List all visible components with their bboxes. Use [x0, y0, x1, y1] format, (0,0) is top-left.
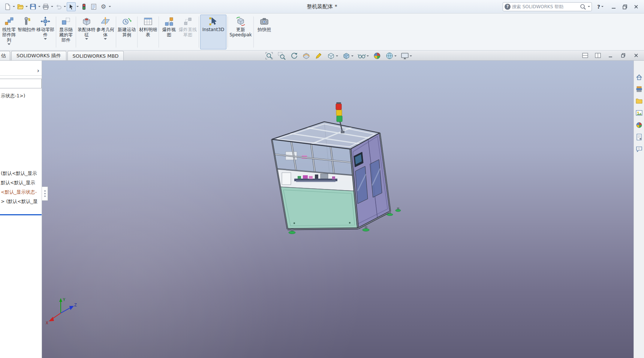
- design-library-button[interactable]: [635, 85, 644, 94]
- view-palette-button[interactable]: [635, 109, 644, 118]
- view-settings-caret[interactable]: [410, 55, 412, 57]
- minimize-button[interactable]: [609, 3, 619, 11]
- new-document-caret[interactable]: [13, 6, 15, 7]
- folder-icon: [635, 97, 643, 105]
- ribbon-button-reference-geometry[interactable]: 参考几何体: [96, 15, 115, 49]
- ribbon-button-assembly-features[interactable]: 装配体特征: [77, 15, 96, 49]
- minimize-icon: [610, 3, 617, 10]
- ribbon-button-instant3d[interactable]: Instant3D: [200, 15, 226, 49]
- triad-y-arrow: [59, 298, 62, 302]
- rebuild-button[interactable]: [79, 2, 88, 11]
- dropdown-caret[interactable]: [7, 43, 10, 45]
- file-properties-button[interactable]: [89, 2, 98, 11]
- apply-scene-button[interactable]: [385, 51, 397, 60]
- bill-of-materials-icon: [143, 16, 153, 26]
- ribbon-button-show-hidden-components[interactable]: 显示隐藏的零部件: [57, 15, 75, 49]
- dropdown-caret[interactable]: [104, 38, 107, 40]
- undo-button[interactable]: [54, 2, 63, 11]
- tree-item[interactable]: (默认<默认_显示: [0, 169, 42, 178]
- previous-view-button[interactable]: [289, 51, 298, 60]
- rollback-bar[interactable]: [0, 214, 42, 215]
- options-button[interactable]: ⚙: [99, 2, 108, 11]
- apply-scene-icon: [385, 52, 394, 60]
- save-caret[interactable]: [38, 6, 40, 7]
- ribbon-button-linear-component-pattern[interactable]: 线性零部件阵列: [1, 15, 17, 49]
- view-settings-button[interactable]: [400, 51, 412, 60]
- ribbon-button-update-speedpak[interactable]: 更新 Speedpak: [229, 15, 252, 49]
- take-snapshot-icon: [259, 16, 269, 26]
- panel-splitter-handle[interactable]: [42, 186, 48, 201]
- graphics-viewport[interactable]: › 示状态-1>) (默认<默认_显示 默认<默认_显示 <默认_显示状态- >…: [0, 61, 644, 358]
- open-caret[interactable]: [25, 6, 28, 7]
- dropdown-caret[interactable]: [44, 38, 47, 40]
- zoom-to-fit-button[interactable]: [265, 51, 274, 60]
- zoom-to-area-button[interactable]: [277, 51, 286, 60]
- panel-expand-chevron-icon[interactable]: ›: [37, 68, 39, 74]
- options-caret[interactable]: [109, 6, 111, 7]
- pane-layout-2-button[interactable]: [594, 52, 602, 59]
- ribbon-button-move-component[interactable]: 移动零部件: [36, 15, 55, 49]
- maximize-restore-button[interactable]: [620, 3, 630, 11]
- ribbon-separator: [137, 16, 138, 48]
- search-icon[interactable]: [580, 3, 586, 10]
- tree-item[interactable]: > (默认<默认_显: [0, 197, 42, 206]
- annotation-views-icon: [315, 52, 323, 60]
- ribbon-button-take-snapshot[interactable]: 拍快照: [255, 15, 274, 49]
- new-motion-study-icon: [122, 16, 132, 26]
- search-options-caret[interactable]: [588, 6, 590, 7]
- tab-solidworks-mbd[interactable]: SOLIDWORKS MBD: [67, 51, 124, 60]
- tree-item[interactable]: 默认<默认_显示: [0, 178, 42, 187]
- custom-properties-button[interactable]: [635, 133, 644, 142]
- forum-button[interactable]: [635, 145, 644, 154]
- display-style-caret[interactable]: [351, 55, 353, 57]
- ribbon-button-smart-fasteners[interactable]: 智能扣件: [17, 15, 36, 49]
- appearances-scenes-button[interactable]: [635, 121, 644, 130]
- print-button[interactable]: [41, 2, 50, 11]
- select-tool-caret[interactable]: [76, 6, 79, 7]
- print-caret[interactable]: [51, 6, 53, 7]
- ribbon-button-new-motion-study[interactable]: 新建运动算例: [117, 15, 136, 49]
- undo-icon: [55, 3, 62, 10]
- ribbon-button-exploded-view[interactable]: 爆炸视图: [160, 15, 178, 49]
- reference-triad: Y Z X: [44, 296, 78, 328]
- apply-scene-caret[interactable]: [394, 55, 397, 57]
- custom-properties-icon: [635, 133, 643, 141]
- new-document-button[interactable]: [3, 2, 12, 11]
- section-view-button[interactable]: [302, 51, 311, 60]
- save-button[interactable]: [28, 2, 37, 11]
- hide-show-items-caret[interactable]: [367, 55, 369, 57]
- undo-caret[interactable]: [64, 6, 66, 7]
- restore-icon: [622, 3, 628, 10]
- pane-layout-button[interactable]: [581, 52, 589, 59]
- display-style-button[interactable]: [342, 51, 354, 60]
- tab-solidworks-addins[interactable]: SOLIDWORKS 插件: [11, 51, 66, 60]
- view-orientation-caret[interactable]: [336, 55, 338, 57]
- solidworks-resources-button[interactable]: [635, 73, 644, 82]
- ribbon-button-bill-of-materials[interactable]: 材料明细表: [139, 15, 157, 49]
- doc-close-icon: [633, 52, 640, 59]
- annotation-views-button[interactable]: [314, 51, 323, 60]
- select-tool-button[interactable]: [67, 2, 76, 11]
- doc-restore-button[interactable]: [619, 52, 628, 59]
- dropdown-caret[interactable]: [85, 38, 88, 40]
- open-button[interactable]: [16, 2, 25, 11]
- feature-tree-filter-input[interactable]: [0, 79, 42, 88]
- help-menu-button[interactable]: ?: [596, 3, 605, 10]
- tree-item[interactable]: <默认_显示状态-: [0, 187, 42, 197]
- hide-show-items-button[interactable]: [357, 51, 369, 60]
- close-button[interactable]: [631, 3, 641, 11]
- ribbon-separator: [228, 16, 228, 48]
- triad-z-label: Z: [74, 303, 77, 307]
- doc-minimize-button[interactable]: [607, 52, 615, 59]
- tab-evaluate-partial[interactable]: 估: [0, 51, 10, 60]
- window-title: 整机装配体 *: [307, 3, 337, 10]
- search-input[interactable]: [512, 4, 578, 9]
- model-3d-assembly[interactable]: [259, 99, 409, 238]
- edit-appearance-button[interactable]: [373, 51, 382, 60]
- file-explorer-button[interactable]: [635, 97, 644, 106]
- tree-item-display-state[interactable]: 示状态-1>): [0, 93, 42, 99]
- feature-manager-panel: › 示状态-1>) (默认<默认_显示 默认<默认_显示 <默认_显示状态- >…: [0, 61, 42, 358]
- doc-close-button[interactable]: [632, 52, 640, 59]
- ribbon-button-explode-line-sketch[interactable]: 爆炸直线草图: [178, 15, 198, 49]
- view-orientation-button[interactable]: [326, 51, 338, 60]
